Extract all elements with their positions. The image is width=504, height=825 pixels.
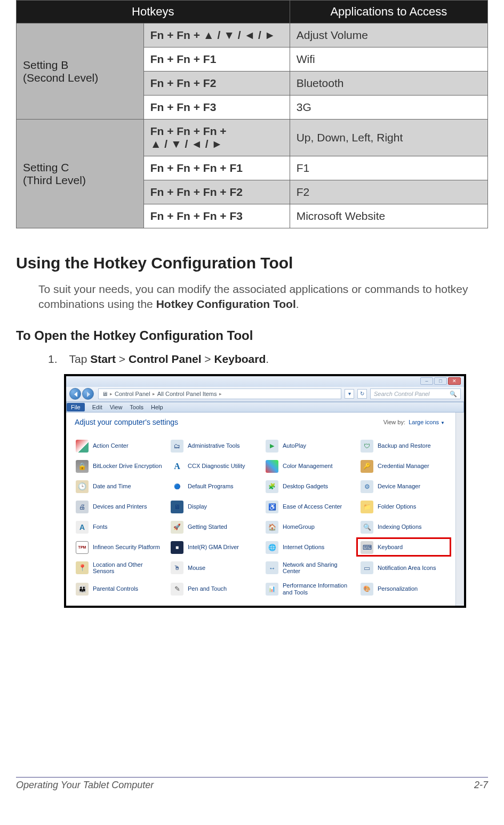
mouse-icon [171, 561, 183, 574]
table-hotkey-cell: Fn + Fn + Fn + F3 [143, 204, 290, 228]
control-panel-item[interactable]: Desktop Gadgets [263, 478, 355, 496]
breadcrumb-item-0[interactable]: Control Panel [115, 391, 150, 397]
table-header-hotkeys: Hotkeys [17, 1, 290, 23]
font-icon [76, 521, 89, 534]
table-app-cell: Adjust Volume [290, 23, 487, 47]
step-b2: Control Panel [129, 353, 202, 365]
control-panel-item[interactable]: Folder Options [358, 498, 450, 516]
menu-view[interactable]: View [110, 404, 123, 410]
table-hotkey-cell: Fn + Fn + Fn + ▲ / ▼ / ◄ / ► [143, 120, 290, 156]
control-panel-screenshot: – □ ✕ 🖥 ▸ Control Panel ▸ All Control Pa… [64, 374, 466, 608]
control-panel-item[interactable]: Date and Time [74, 478, 165, 496]
control-panel-item[interactable]: Mouse [169, 559, 260, 577]
table-hotkey-cell: Fn + Fn + ▲ / ▼ / ◄ / ► [143, 23, 290, 47]
control-panel-item-label: BitLocker Drive Encryption [93, 463, 162, 470]
footer-left: Operating Your Tablet Computer [16, 780, 154, 791]
control-panel-item[interactable]: Administrative Tools [169, 437, 260, 455]
control-panel-item[interactable]: Display [169, 498, 260, 516]
refresh-button[interactable]: ↻ [357, 389, 367, 399]
nav-back-button[interactable] [69, 388, 81, 400]
control-panel-item[interactable]: Indexing Options [358, 518, 450, 536]
control-panel-item[interactable]: Ease of Access Center [263, 498, 355, 516]
control-panel-item[interactable]: Credential Manager [358, 457, 450, 475]
devmgr-icon [361, 480, 373, 493]
pen-icon [171, 583, 183, 596]
control-panel-item-label: Parental Controls [93, 585, 138, 592]
para-bold: Hotkey Configuration Tool [156, 298, 296, 310]
table-app-cell: Bluetooth [290, 72, 487, 96]
control-panel-item-label: Internet Options [283, 544, 324, 551]
folder-icon [361, 501, 373, 513]
maximize-button[interactable]: □ [434, 377, 447, 385]
view-by-control[interactable]: View by: Large icons ▼ [383, 419, 445, 425]
control-panel-item[interactable]: CCX Diagnostic Utility [169, 457, 260, 475]
display-icon [171, 501, 183, 513]
control-panel-item-label: Personalization [378, 585, 418, 592]
control-panel-item-label: Location and Other Sensors [93, 561, 163, 575]
control-panel-item[interactable]: Color Management [263, 457, 355, 475]
table-hotkey-cell: Fn + Fn + Fn + F1 [143, 156, 290, 180]
control-panel-item-label: Desktop Gadgets [283, 483, 328, 490]
table-app-cell: 3G [290, 96, 487, 120]
view-by-value: Large icons [409, 419, 439, 425]
control-panel-item[interactable]: Personalization [358, 580, 450, 598]
index-icon [361, 521, 373, 534]
control-panel-item-label: Devices and Printers [93, 503, 147, 510]
control-panel-item[interactable]: Parental Controls [74, 580, 165, 598]
control-panel-item[interactable]: Default Programs [169, 478, 260, 496]
menu-file[interactable]: File [67, 403, 85, 411]
control-panel-item[interactable]: BitLocker Drive Encryption [74, 457, 165, 475]
control-panel-items: Action CenterAdministrative ToolsAutoPla… [66, 430, 455, 606]
perf-icon [266, 583, 278, 596]
control-panel-item[interactable]: Action Center [74, 437, 165, 455]
control-panel-item[interactable]: Device Manager [358, 478, 450, 496]
search-input[interactable]: Search Control Panel 🔍 [370, 388, 461, 399]
table-hotkey-cell: Fn + Fn + Fn + F2 [143, 180, 290, 204]
table-app-cell: Up, Down, Left, Right [290, 120, 487, 156]
table-app-cell: F1 [290, 156, 487, 180]
minimize-button[interactable]: – [420, 377, 433, 385]
breadcrumb[interactable]: 🖥 ▸ Control Panel ▸ All Control Panel It… [98, 388, 341, 399]
control-panel-item[interactable]: Notification Area Icons [358, 559, 450, 577]
search-placeholder: Search Control Panel [374, 391, 430, 397]
nav-forward-button[interactable] [82, 388, 94, 400]
close-button[interactable]: ✕ [448, 377, 461, 385]
default-icon [171, 480, 183, 493]
control-panel-item-label: AutoPlay [283, 442, 306, 449]
control-panel-item-label: Intel(R) GMA Driver [188, 544, 239, 551]
control-panel-item[interactable]: Getting Started [169, 518, 260, 536]
control-panel-item-label: Indexing Options [378, 523, 422, 530]
control-panel-item[interactable]: Location and Other Sensors [74, 559, 165, 577]
table-header-apps: Applications to Access [290, 1, 487, 23]
tpm-icon [76, 541, 89, 554]
control-panel-item[interactable]: HomeGroup [263, 518, 355, 536]
step-b1: Start [90, 353, 116, 365]
control-panel-item[interactable]: Infineon Security Platform [74, 538, 165, 557]
control-panel-item-label: Folder Options [378, 503, 416, 510]
control-panel-item[interactable]: Network and Sharing Center [263, 559, 355, 577]
control-panel-item[interactable]: Fonts [74, 518, 165, 536]
control-panel-item-label: Backup and Restore [378, 442, 431, 449]
auto-icon [266, 440, 278, 453]
control-panel-item[interactable]: Keyboard [358, 538, 450, 557]
control-panel-item[interactable]: Intel(R) GMA Driver [169, 538, 260, 557]
control-panel-item[interactable]: Devices and Printers [74, 498, 165, 516]
control-panel-item[interactable]: Performance Information and Tools [263, 580, 355, 598]
table-app-cell: Wifi [290, 47, 487, 72]
table-group-cell: Setting C (Third Level) [17, 120, 144, 228]
breadcrumb-item-1[interactable]: All Control Panel Items [157, 391, 217, 397]
control-panel-item[interactable]: AutoPlay [263, 437, 355, 455]
menu-edit[interactable]: Edit [92, 404, 102, 410]
table-app-cell: Microsoft Website [290, 204, 487, 228]
control-panel-item[interactable]: Pen and Touch [169, 580, 260, 598]
breadcrumb-dropdown-button[interactable]: ▾ [345, 389, 354, 399]
menu-help[interactable]: Help [151, 404, 163, 410]
control-panel-item-label: Color Management [283, 463, 333, 470]
control-panel-item-label: Getting Started [188, 523, 227, 530]
control-panel-item[interactable]: Internet Options [263, 538, 355, 557]
step-sep1: > [116, 353, 129, 365]
flag-icon [76, 440, 89, 453]
scrollbar-vertical[interactable] [455, 412, 464, 606]
control-panel-item[interactable]: Backup and Restore [358, 437, 450, 455]
menu-tools[interactable]: Tools [130, 404, 143, 410]
